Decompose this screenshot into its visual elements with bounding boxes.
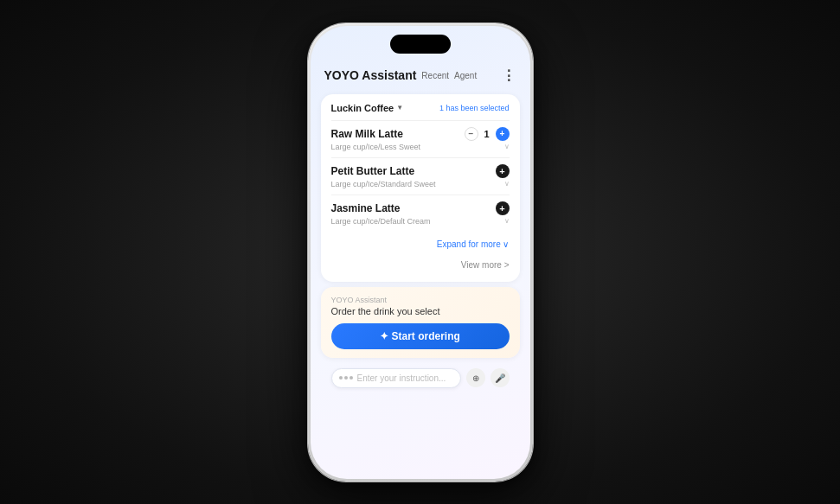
- dot-3: [349, 376, 353, 380]
- more-icon[interactable]: ⋮: [502, 67, 516, 84]
- expand-more[interactable]: Expand for more ∨: [331, 232, 510, 252]
- selected-badge: 1 has been selected: [439, 104, 510, 112]
- drink-item-footer-2: Large cup/Ice/Default Cream ∨: [331, 217, 510, 226]
- drink-item-header-2: Jasmine Latte +: [331, 201, 510, 215]
- assistant-label: YOYO Assistant: [331, 296, 510, 304]
- drink-name-0: Raw Milk Latte: [331, 128, 403, 140]
- tab-recent[interactable]: Recent: [421, 71, 449, 80]
- input-field-wrap: Enter your instruction...: [331, 368, 461, 388]
- drink-add-btn-1[interactable]: +: [496, 164, 510, 178]
- main-content: Luckin Coffee ▼ 1 has been selected Raw …: [311, 89, 530, 479]
- start-order-button[interactable]: ✦ Start ordering: [331, 323, 510, 349]
- expand-more-text: Expand for more ∨: [437, 239, 510, 249]
- drink-chevron-0: ∨: [504, 143, 510, 150]
- drink-controls-0: − 1 +: [465, 127, 510, 141]
- dot-1: [339, 376, 343, 380]
- header-tabs: Recent Agent: [421, 71, 477, 80]
- input-placeholder[interactable]: Enter your instruction...: [357, 373, 453, 383]
- app-title: YOYO Assistant: [324, 68, 417, 82]
- qty-number-0: 1: [482, 129, 492, 139]
- drink-item-footer-1: Large cup/Ice/Standard Sweet ∨: [331, 180, 510, 188]
- dynamic-island: [390, 35, 451, 54]
- app-screen: YOYO Assistant Recent Agent ⋮ Luckin Cof…: [311, 26, 530, 479]
- drink-item-header-1: Petit Butter Latte +: [331, 164, 510, 178]
- qty-increase-0[interactable]: +: [496, 127, 510, 141]
- coffee-card: Luckin Coffee ▼ 1 has been selected Raw …: [321, 94, 520, 282]
- drink-subtitle-0: Large cup/Ice/Less Sweet: [331, 143, 421, 151]
- drink-item-2: Jasmine Latte + Large cup/Ice/Default Cr…: [331, 195, 510, 232]
- view-more-text: View more >: [461, 260, 510, 270]
- phone-screen: YOYO Assistant Recent Agent ⋮ Luckin Cof…: [311, 26, 530, 479]
- view-more[interactable]: View more >: [331, 252, 510, 273]
- send-button[interactable]: ⊕: [466, 368, 485, 387]
- shop-name-text: Luckin Coffee: [331, 103, 394, 113]
- header-left: YOYO Assistant Recent Agent: [324, 68, 478, 82]
- drink-item-header-0: Raw Milk Latte − 1 +: [331, 127, 510, 141]
- assistant-message: Order the drink you select: [331, 306, 510, 316]
- drink-item-0: Raw Milk Latte − 1 + Large cup/Ice/Less …: [331, 120, 510, 157]
- qty-decrease-0[interactable]: −: [465, 127, 478, 141]
- dot-2: [344, 376, 348, 380]
- app-header: YOYO Assistant Recent Agent ⋮: [311, 61, 530, 89]
- drink-item-footer-0: Large cup/Ice/Less Sweet ∨: [331, 143, 510, 151]
- drink-name-1: Petit Butter Latte: [331, 165, 415, 177]
- shop-chevron-icon: ▼: [396, 104, 403, 112]
- drink-chevron-2: ∨: [504, 217, 510, 225]
- assistant-card: YOYO Assistant Order the drink you selec…: [321, 287, 520, 358]
- shop-name[interactable]: Luckin Coffee ▼: [331, 103, 404, 113]
- coffee-card-header: Luckin Coffee ▼ 1 has been selected: [331, 103, 510, 113]
- input-bar: Enter your instruction... ⊕ 🎤: [321, 363, 520, 399]
- drink-subtitle-2: Large cup/Ice/Default Cream: [331, 217, 431, 226]
- drink-chevron-1: ∨: [504, 180, 510, 188]
- drink-item-1: Petit Butter Latte + Large cup/Ice/Stand…: [331, 157, 510, 195]
- mic-button[interactable]: 🎤: [491, 368, 510, 387]
- drink-name-2: Jasmine Latte: [331, 202, 401, 214]
- phone-frame: YOYO Assistant Recent Agent ⋮ Luckin Cof…: [308, 23, 533, 482]
- tab-agent[interactable]: Agent: [454, 71, 477, 80]
- input-dots-icon: [339, 376, 353, 380]
- drink-subtitle-1: Large cup/Ice/Standard Sweet: [331, 180, 436, 188]
- drink-add-btn-2[interactable]: +: [496, 201, 510, 215]
